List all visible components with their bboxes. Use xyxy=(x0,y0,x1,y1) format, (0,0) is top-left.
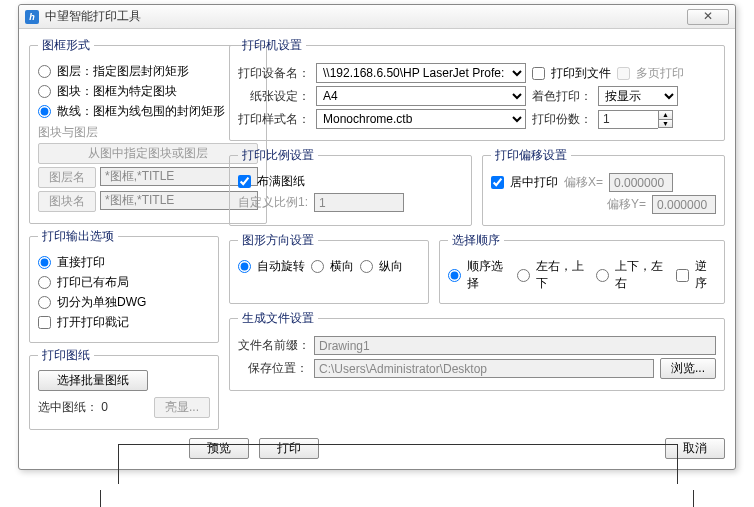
prefix-input xyxy=(314,336,716,355)
copies-up[interactable]: ▲ xyxy=(658,110,673,119)
offset-y-label: 偏移Y= xyxy=(607,196,646,213)
style-select[interactable]: Monochrome.ctb xyxy=(316,109,526,129)
orientation-group: 图形方向设置 自动旋转 横向 纵向 xyxy=(229,232,429,304)
radio-output-direct[interactable]: 直接打印 xyxy=(38,254,105,271)
generate-file-legend: 生成文件设置 xyxy=(238,310,318,327)
style-label: 打印样式名： xyxy=(238,111,310,128)
orientation-legend: 图形方向设置 xyxy=(238,232,318,249)
print-paper-legend: 打印图纸 xyxy=(38,347,94,364)
order-group: 选择顺序 顺序选择 左右，上下 上下，左右 逆序 xyxy=(439,232,725,304)
frame-style-legend: 图框形式 xyxy=(38,37,94,54)
block-name-button: 图块名 xyxy=(38,191,96,212)
custom-scale-label: 自定义比例1: xyxy=(238,194,308,211)
copies-spinner[interactable]: ▲▼ xyxy=(598,110,673,129)
path-input xyxy=(314,359,654,378)
app-icon: h xyxy=(25,10,39,24)
custom-scale-input xyxy=(314,193,404,212)
pick-from-drawing-button: 从图中指定图块或图层 xyxy=(38,143,258,164)
radio-output-existing[interactable]: 打印已有布局 xyxy=(38,274,129,291)
radio-frame-layer[interactable]: 图层：指定图层封闭矩形 xyxy=(38,63,189,80)
printer-settings-group: 打印机设置 打印设备名： \\192.168.6.50\HP LaserJet … xyxy=(229,37,725,141)
print-paper-group: 打印图纸 选择批量图纸 选中图纸： 0 亮显... xyxy=(29,347,219,430)
radio-frame-scatter[interactable]: 散线：图框为线包围的封闭矩形 xyxy=(38,103,225,120)
copies-down[interactable]: ▼ xyxy=(658,119,673,128)
selected-count-label: 选中图纸： 0 xyxy=(38,399,108,416)
device-select[interactable]: \\192.168.6.50\HP LaserJet Profe: xyxy=(316,63,526,83)
scale-legend: 打印比例设置 xyxy=(238,147,318,164)
check-fit-paper[interactable]: 布满图纸 xyxy=(238,173,305,190)
window-title: 中望智能打印工具 xyxy=(45,8,687,25)
select-batch-button[interactable]: 选择批量图纸 xyxy=(38,370,148,391)
radio-order-lrtb[interactable]: 左右，上下 xyxy=(517,258,591,292)
browse-button[interactable]: 浏览... xyxy=(660,358,716,379)
radio-output-split[interactable]: 切分为单独DWG xyxy=(38,294,146,311)
check-print-to-file[interactable]: 打印到文件 xyxy=(532,65,611,82)
offset-legend: 打印偏移设置 xyxy=(491,147,571,164)
radio-orient-auto[interactable]: 自动旋转 xyxy=(238,258,305,275)
radio-orient-portrait[interactable]: 纵向 xyxy=(360,258,403,275)
order-legend: 选择顺序 xyxy=(448,232,504,249)
path-label: 保存位置： xyxy=(238,360,308,377)
check-order-reverse[interactable]: 逆序 xyxy=(676,258,716,292)
radio-orient-landscape[interactable]: 横向 xyxy=(311,258,354,275)
copies-input[interactable] xyxy=(598,110,658,129)
radio-order-pick[interactable]: 顺序选择 xyxy=(448,258,511,292)
check-multi-page: 多页打印 xyxy=(617,65,684,82)
close-button[interactable]: ✕ xyxy=(687,9,729,25)
scale-group: 打印比例设置 布满图纸 自定义比例1: xyxy=(229,147,472,226)
offset-x-input xyxy=(609,173,673,192)
check-print-stamp[interactable]: 打开打印戳记 xyxy=(38,314,129,331)
print-button[interactable]: 打印 xyxy=(259,438,319,459)
radio-order-tblr[interactable]: 上下，左右 xyxy=(596,258,670,292)
check-center-print[interactable]: 居中打印 xyxy=(491,174,558,191)
titlebar: h 中望智能打印工具 ✕ xyxy=(19,5,735,29)
color-select[interactable]: 按显示 xyxy=(598,86,678,106)
frame-sub-legend: 图块与图层 xyxy=(38,124,258,141)
output-options-legend: 打印输出选项 xyxy=(38,228,118,245)
prefix-label: 文件名前缀： xyxy=(238,337,308,354)
cancel-button[interactable]: 取消 xyxy=(665,438,725,459)
paper-label: 纸张设定： xyxy=(250,88,310,105)
device-label: 打印设备名： xyxy=(238,65,310,82)
output-options-group: 打印输出选项 直接打印 打印已有布局 切分为单独DWG 打开打印戳记 xyxy=(29,228,219,343)
offset-group: 打印偏移设置 居中打印 偏移X= 偏移Y= xyxy=(482,147,725,226)
preview-button[interactable]: 预览 xyxy=(189,438,249,459)
copies-label: 打印份数： xyxy=(532,111,592,128)
printer-settings-legend: 打印机设置 xyxy=(238,37,306,54)
highlight-button: 亮显... xyxy=(154,397,210,418)
layer-name-button: 图层名 xyxy=(38,167,96,188)
offset-x-label: 偏移X= xyxy=(564,174,603,191)
offset-y-input xyxy=(652,195,716,214)
dialog: h 中望智能打印工具 ✕ 图框形式 图层：指定图层封闭矩形 图块：图框为特定图块… xyxy=(18,4,736,470)
radio-frame-block[interactable]: 图块：图框为特定图块 xyxy=(38,83,177,100)
color-label: 着色打印： xyxy=(532,88,592,105)
generate-file-group: 生成文件设置 文件名前缀： 保存位置： 浏览... xyxy=(229,310,725,391)
paper-select[interactable]: A4 xyxy=(316,86,526,106)
